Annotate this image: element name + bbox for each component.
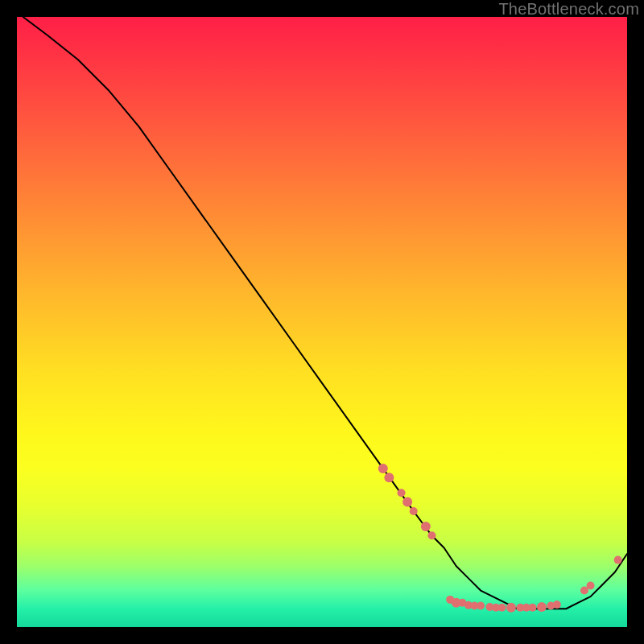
data-marker [378,464,388,473]
data-marker [587,581,595,589]
data-marker [477,601,485,609]
data-marker [516,604,524,612]
chart-stage: TheBottleneck.com [0,0,644,644]
data-marker [384,473,394,482]
data-marker [458,599,466,607]
data-marker [402,497,412,507]
data-marker [471,601,479,609]
data-marker [421,522,431,531]
data-marker [580,587,588,595]
data-marker [614,556,622,564]
data-marker [464,601,473,609]
chart-svg [17,17,627,627]
data-marker [446,596,454,604]
data-marker [506,603,516,613]
chart-markers [378,464,622,613]
data-marker [398,489,406,497]
data-marker [452,598,461,608]
data-marker [547,601,555,609]
data-marker [529,604,537,612]
data-marker [485,603,493,611]
bottleneck-curve [23,17,627,609]
chart-plot-area [17,17,627,627]
data-marker [522,604,530,612]
data-marker [427,531,436,539]
data-marker [537,602,547,612]
data-marker [498,604,506,612]
data-marker [553,601,561,609]
watermark-text: TheBottleneck.com [498,0,639,19]
data-marker [492,604,500,612]
data-marker [410,507,418,515]
